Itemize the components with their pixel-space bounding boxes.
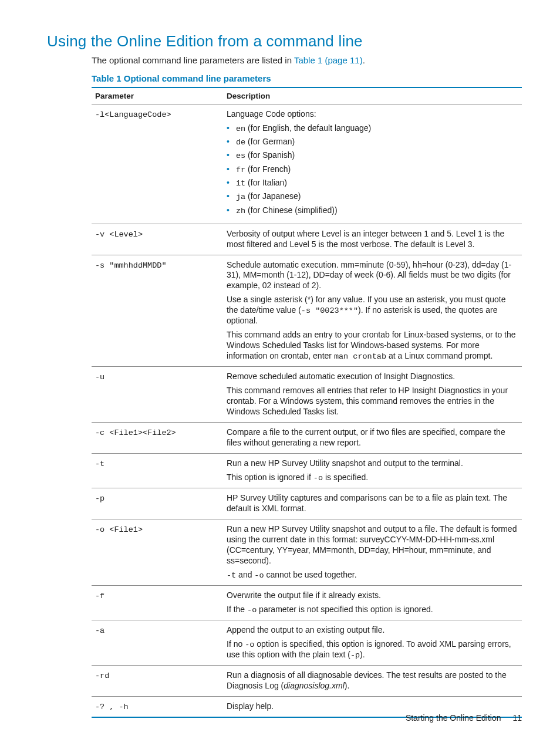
desc-text: Run a diagnosis of all diagnosable devic… bbox=[227, 670, 517, 691]
desc-text: This option is ignored if -o is specifie… bbox=[227, 472, 517, 483]
table-row: -rd Run a diagnosis of all diagnosable d… bbox=[92, 666, 522, 697]
lang-label: (for French) bbox=[245, 164, 291, 174]
page-number: 11 bbox=[512, 713, 522, 723]
param-code: -s "mmhhddMMDD" bbox=[95, 261, 167, 270]
table-1-link[interactable]: Table 1 (page 11) bbox=[294, 55, 363, 65]
inline-code: man crontab bbox=[334, 352, 386, 361]
text-frag: ). bbox=[360, 650, 365, 659]
lang-code: it bbox=[236, 179, 245, 188]
inline-code: -o bbox=[247, 606, 257, 615]
inline-code: -o bbox=[313, 474, 323, 482]
table-row: -l<LanguageCode> Language Code options: … bbox=[92, 104, 522, 224]
param-code: -v <Level> bbox=[95, 230, 143, 239]
footer-title: Starting the Online Edition bbox=[406, 713, 501, 723]
desc-text: Display help. bbox=[227, 701, 517, 712]
list-item: de (for German) bbox=[227, 137, 517, 147]
desc-text: -t and -o cannot be used together. bbox=[227, 570, 517, 580]
lang-code: zh bbox=[236, 207, 245, 215]
desc-text: HP Survey Utility captures and compariso… bbox=[227, 493, 517, 514]
text-frag: Run a diagnosis of all diagnosable devic… bbox=[227, 670, 507, 690]
table-row: -p HP Survey Utility captures and compar… bbox=[92, 488, 522, 519]
param-code: -a bbox=[95, 626, 104, 635]
param-code: -t bbox=[95, 460, 104, 468]
lang-code: de bbox=[236, 138, 245, 147]
table-caption: Table 1 Optional command line parameters bbox=[92, 73, 522, 83]
desc-text: Schedule automatic execution. mm=minute … bbox=[227, 260, 517, 292]
param-code: -u bbox=[95, 373, 104, 382]
inline-code: -o bbox=[245, 640, 254, 649]
table-row: -c <File1><File2> Compare a file to the … bbox=[92, 423, 522, 454]
desc-text: If no -o option is specified, this optio… bbox=[227, 639, 517, 661]
list-item: it (for Italian) bbox=[227, 178, 517, 188]
desc-text: This command adds an entry to your cront… bbox=[227, 330, 517, 362]
lang-code: ja bbox=[236, 193, 245, 201]
text-frag: option is specified, this option is igno… bbox=[227, 639, 511, 659]
table-row: -s "mmhhddMMDD" Schedule automatic execu… bbox=[92, 255, 522, 367]
lang-code: en bbox=[236, 124, 245, 133]
language-options-list: en (for English, the default language) d… bbox=[227, 123, 517, 216]
list-item: en (for English, the default language) bbox=[227, 123, 517, 134]
desc-text: If the -o parameter is not specified thi… bbox=[227, 605, 517, 615]
intro-text-suffix: . bbox=[363, 55, 365, 65]
param-code: -rd bbox=[95, 671, 109, 680]
desc-text: Run a new HP Survey Utility snapshot and… bbox=[227, 458, 517, 469]
text-frag: If no bbox=[227, 639, 245, 649]
parameters-table: Parameter Description -l<LanguageCode> L… bbox=[92, 87, 522, 718]
lang-label: (for Italian) bbox=[245, 178, 287, 187]
param-code: -c <File1><File2> bbox=[95, 428, 176, 437]
lang-label: (for Chinese (simplified)) bbox=[245, 205, 337, 215]
table-row: -v <Level> Verbosity of output where Lev… bbox=[92, 224, 522, 255]
desc-text: Use a single asterisk (*) for any value.… bbox=[227, 295, 517, 326]
filename: diagnosislog.xml bbox=[284, 681, 345, 690]
list-item: zh (for Chinese (simplified)) bbox=[227, 205, 517, 216]
table-row: -o <File1> Run a new HP Survey Utility s… bbox=[92, 519, 522, 585]
text-frag: and bbox=[236, 570, 254, 579]
col-parameter: Parameter bbox=[92, 87, 223, 104]
desc-text: Language Code options: bbox=[227, 109, 517, 120]
desc-text: Compare a file to the current output, or… bbox=[227, 427, 517, 448]
text-frag: at a Linux command prompt. bbox=[386, 351, 492, 360]
lang-code: es bbox=[236, 151, 245, 160]
desc-text: This command removes all entries that re… bbox=[227, 386, 517, 417]
param-code: -l<LanguageCode> bbox=[95, 110, 171, 119]
table-row: -u Remove scheduled automatic execution … bbox=[92, 367, 522, 423]
text-frag: is specified. bbox=[323, 472, 368, 482]
text-frag: If the bbox=[227, 605, 247, 614]
list-item: ja (for Japanese) bbox=[227, 191, 517, 202]
desc-text: Run a new HP Survey Utility snapshot and… bbox=[227, 524, 517, 566]
section-heading: Using the Online Edition from a command … bbox=[47, 32, 522, 50]
table-row: -a Append the output to an existing outp… bbox=[92, 620, 522, 665]
page-footer: Starting the Online Edition 11 bbox=[406, 713, 522, 723]
param-code: -o <File1> bbox=[95, 525, 143, 534]
list-item: fr (for French) bbox=[227, 164, 517, 175]
desc-text: Overwrite the output file if it already … bbox=[227, 590, 517, 601]
desc-text: Verbosity of output where Level is an in… bbox=[227, 229, 517, 250]
lang-label: (for German) bbox=[245, 137, 295, 146]
inline-code: -p bbox=[350, 651, 360, 660]
list-item: es (for Spanish) bbox=[227, 150, 517, 161]
text-frag: cannot be used together. bbox=[264, 570, 357, 579]
lang-label: (for Japanese) bbox=[245, 191, 301, 201]
text-frag: This option is ignored if bbox=[227, 472, 313, 482]
desc-text: Remove scheduled automatic execution of … bbox=[227, 372, 517, 382]
desc-text: Append the output to an existing output … bbox=[227, 625, 517, 636]
param-code: -f bbox=[95, 592, 104, 600]
inline-code: -s "0023***" bbox=[301, 306, 358, 315]
intro-paragraph: The optional command line parameters are… bbox=[92, 55, 522, 65]
param-code: -? , -h bbox=[95, 703, 129, 711]
text-frag: parameter is not specified this option i… bbox=[257, 605, 433, 614]
param-code: -p bbox=[95, 494, 104, 503]
table-row: -f Overwrite the output file if it alrea… bbox=[92, 585, 522, 620]
lang-label: (for Spanish) bbox=[245, 150, 295, 160]
col-description: Description bbox=[223, 87, 522, 104]
inline-code: -t bbox=[227, 571, 236, 580]
text-frag: ). bbox=[345, 681, 350, 690]
inline-code: -o bbox=[254, 571, 264, 580]
lang-label: (for English, the default language) bbox=[245, 123, 371, 133]
lang-code: fr bbox=[236, 166, 245, 174]
table-row: -t Run a new HP Survey Utility snapshot … bbox=[92, 453, 522, 488]
intro-text-prefix: The optional command line parameters are… bbox=[92, 55, 294, 65]
